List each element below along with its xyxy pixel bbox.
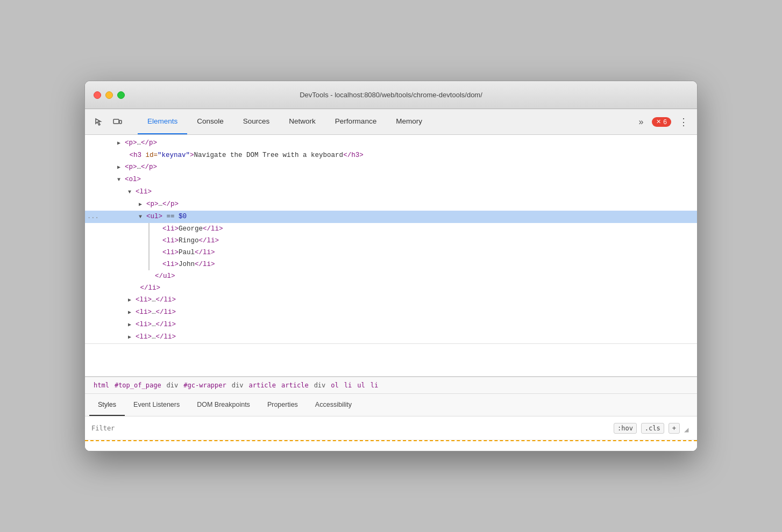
triangle-icon (128, 307, 134, 318)
error-icon: ✕ (656, 118, 661, 125)
triangle-icon (128, 320, 134, 330)
minimize-button[interactable] (105, 91, 113, 99)
breadcrumb-ol[interactable]: ol (329, 382, 340, 389)
breadcrumb-top-of-page[interactable]: #top_of_page (112, 382, 163, 389)
breadcrumb-div-3[interactable]: div (312, 382, 328, 389)
add-style-button[interactable]: + (669, 423, 680, 434)
error-badge[interactable]: ✕ 6 (652, 117, 671, 127)
breadcrumb-ul[interactable]: ul (355, 382, 367, 389)
window-title: DevTools - localhost:8080/web/tools/chro… (300, 91, 482, 99)
dots-indicator: ... (87, 211, 99, 222)
dom-line[interactable]: <li>George</li> (148, 223, 697, 235)
dom-line[interactable]: <p>…</p> (85, 137, 697, 149)
breadcrumb-article-2[interactable]: article (279, 382, 311, 389)
dom-line[interactable]: </ul> (85, 270, 697, 282)
breadcrumb-div-1[interactable]: div (165, 382, 181, 389)
breadcrumb-bar: html #top_of_page div #gc-wrapper div ar… (85, 377, 697, 394)
dom-line[interactable]: <li>…</li> (85, 319, 697, 331)
error-count: 6 (663, 118, 667, 126)
devtools-window: DevTools - localhost:8080/web/tools/chro… (84, 81, 698, 451)
device-toolbar-button[interactable] (110, 114, 125, 130)
triangle-icon (139, 212, 145, 222)
dom-line[interactable]: <li> (85, 186, 697, 198)
triangle-icon (139, 199, 145, 210)
devtools-menu-button[interactable]: ⋮ (677, 114, 691, 130)
dom-panel[interactable]: <p>…</p> <h3 id="keynav">Navigate the DO… (85, 135, 697, 377)
filter-controls: :hov .cls + ◢ (614, 423, 691, 434)
resize-handle[interactable]: ◢ (684, 425, 691, 432)
breadcrumb-article-1[interactable]: article (246, 382, 278, 389)
close-button[interactable] (94, 91, 101, 99)
dom-line[interactable]: <h3 id="keynav">Navigate the DOM Tree wi… (85, 149, 697, 161)
dom-line[interactable]: <ol> (85, 174, 697, 186)
triangle-icon (117, 175, 124, 185)
svg-rect-0 (113, 119, 119, 124)
breadcrumb-html[interactable]: html (91, 382, 111, 389)
dom-line[interactable]: <li>…</li> (85, 331, 697, 344)
tab-performance[interactable]: Performance (325, 109, 386, 134)
dom-line[interactable]: <li>…</li> (85, 294, 697, 306)
triangle-icon (128, 187, 134, 198)
title-bar: DevTools - localhost:8080/web/tools/chro… (85, 81, 697, 109)
triangle-icon (128, 332, 134, 343)
dom-line[interactable]: <p>…</p> (85, 198, 697, 211)
filter-input[interactable] (91, 425, 609, 432)
breadcrumb-gc-wrapper[interactable]: #gc-wrapper (181, 382, 228, 389)
cls-button[interactable]: .cls (641, 423, 664, 434)
dom-line[interactable]: </li> (85, 282, 697, 294)
traffic-lights (94, 91, 125, 99)
bottom-panel: Styles Event Listeners DOM Breakpoints P… (85, 394, 697, 451)
tab-properties[interactable]: Properties (259, 394, 307, 416)
tab-event-listeners[interactable]: Event Listeners (125, 394, 188, 416)
tab-network[interactable]: Network (279, 109, 325, 134)
tab-console[interactable]: Console (187, 109, 233, 134)
maximize-button[interactable] (117, 91, 125, 99)
dom-line-selected[interactable]: ... <ul> == $0 (85, 211, 697, 223)
breadcrumb-li-1[interactable]: li (342, 382, 354, 389)
dom-line[interactable]: <li>Paul</li> (148, 247, 697, 258)
inspect-element-button[interactable] (91, 114, 106, 130)
tab-styles[interactable]: Styles (89, 394, 125, 416)
triangle-icon (117, 138, 124, 149)
triangle-icon (117, 162, 124, 173)
svg-rect-1 (119, 120, 122, 124)
hov-button[interactable]: :hov (614, 423, 637, 434)
tab-sources[interactable]: Sources (233, 109, 280, 134)
breadcrumb-div-2[interactable]: div (230, 382, 246, 389)
dom-line[interactable]: <li>Ringo</li> (148, 235, 697, 247)
toolbar-icons (91, 114, 125, 130)
toolbar-right: » ✕ 6 ⋮ (635, 114, 691, 130)
styles-dashed-area (85, 440, 697, 451)
tab-memory[interactable]: Memory (386, 109, 432, 134)
tab-dom-breakpoints[interactable]: DOM Breakpoints (188, 394, 259, 416)
dom-line[interactable]: <li>…</li> (85, 306, 697, 319)
tab-accessibility[interactable]: Accessibility (307, 394, 360, 416)
more-tabs-button[interactable]: » (635, 115, 646, 129)
triangle-icon (128, 295, 134, 306)
dom-content: <p>…</p> <h3 id="keynav">Navigate the DO… (85, 135, 697, 346)
filter-bar: :hov .cls + ◢ (85, 416, 697, 440)
sub-tabs: Styles Event Listeners DOM Breakpoints P… (85, 394, 697, 416)
tab-elements[interactable]: Elements (138, 109, 187, 134)
dom-line[interactable]: <p>…</p> (85, 161, 697, 174)
toolbar: Elements Console Sources Network Perform… (85, 109, 697, 135)
toolbar-tabs: Elements Console Sources Network Perform… (138, 109, 432, 134)
dom-line[interactable]: <li>John</li> (148, 258, 697, 270)
breadcrumb-li-2[interactable]: li (368, 382, 380, 389)
